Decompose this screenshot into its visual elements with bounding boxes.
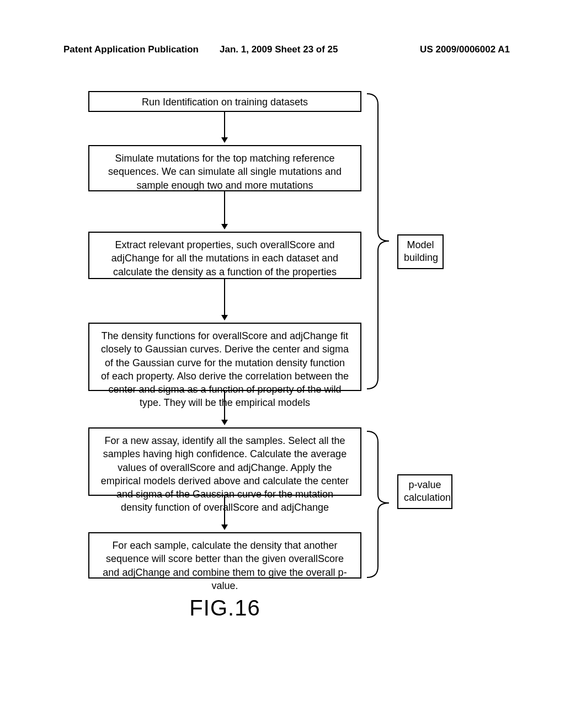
label-pvalue-line1: p-value [408, 479, 441, 490]
arrow-down-icon [224, 496, 225, 529]
label-pvalue-line2: calculation [404, 492, 451, 503]
label-pvalue-calculation: p-value calculation [397, 474, 452, 509]
step-density-functions: The density functions for overallScore a… [88, 323, 361, 391]
step-extract-properties: Extract relevant properties, such overal… [88, 232, 361, 279]
header-doc-number: US 2009/0006002 A1 [365, 44, 510, 55]
arrow-down-icon [224, 279, 225, 319]
brace-model-building-icon [364, 91, 397, 392]
figure-number: FIG.16 [88, 596, 361, 620]
arrow-down-icon [224, 112, 225, 142]
header-publication-type: Patent Application Publication [63, 44, 209, 55]
header-date-sheet: Jan. 1, 2009 Sheet 23 of 25 [209, 44, 365, 55]
label-model-building: Model building [397, 234, 444, 269]
document-header: Patent Application Publication Jan. 1, 2… [0, 0, 565, 66]
step-simulate-mutations: Simulate mutations for the top matching … [88, 145, 361, 191]
arrow-down-icon [224, 391, 225, 424]
label-model-building-line1: Model [407, 239, 434, 250]
label-model-building-line2: building [404, 252, 438, 263]
step-run-identification: Run Identification on training datasets [88, 91, 361, 112]
step-new-assay: For a new assay, identify all the sample… [88, 427, 361, 496]
brace-pvalue-icon [364, 429, 397, 580]
arrow-down-icon [224, 191, 225, 228]
step-calculate-density: For each sample, calculate the density t… [88, 532, 361, 579]
